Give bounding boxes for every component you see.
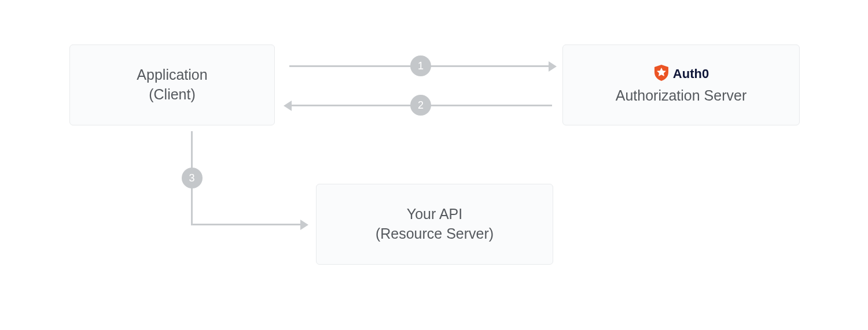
node-client-title: Application — [137, 65, 207, 85]
node-client: Application (Client) — [69, 45, 275, 125]
node-authserver-subtitle: Authorization Server — [616, 86, 747, 106]
arrow-3-hline — [191, 224, 303, 225]
arrow-1-head-icon — [549, 61, 557, 72]
step-badge-3-label: 3 — [189, 172, 194, 184]
node-authserver: Auth0 Authorization Server — [562, 45, 800, 125]
step-badge-2-label: 2 — [418, 99, 424, 112]
node-client-subtitle: (Client) — [149, 85, 196, 105]
arrow-2-head-icon — [284, 101, 292, 111]
step-badge-2: 2 — [410, 95, 431, 116]
auth0-logo-row: Auth0 — [653, 64, 709, 84]
node-api-subtitle: (Resource Server) — [376, 224, 494, 244]
auth0-logo-text: Auth0 — [673, 66, 709, 81]
node-api: Your API (Resource Server) — [316, 184, 553, 265]
step-badge-1: 1 — [410, 55, 431, 76]
arrow-3-head-icon — [300, 220, 308, 230]
step-badge-1-label: 1 — [418, 60, 424, 72]
node-api-title: Your API — [407, 205, 462, 224]
step-badge-3: 3 — [182, 168, 203, 188]
auth0-shield-icon — [653, 64, 670, 84]
